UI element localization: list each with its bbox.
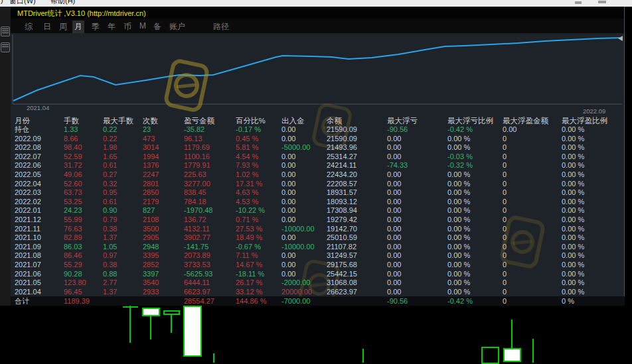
table-row[interactable]: 2022.0631.720.6113761779.917.93 %0.00242… (11, 161, 625, 170)
table-header-row: 月份手数最大手数次数盈亏金额百分比%出入金余额最大浮亏最大浮亏比例最大浮盈金额最… (11, 116, 625, 125)
cell: 0.00 % (447, 270, 503, 279)
cell: 2022.01 (15, 206, 64, 215)
cell: 0 (503, 188, 562, 198)
cell: 0.00 (387, 215, 447, 225)
tab-nian[interactable]: 年 (106, 21, 118, 33)
table-total-row[interactable]: 合计1189.3928554.27144.86 %-7000.00-90.56-… (11, 296, 625, 306)
tab-zhou[interactable]: 周 (57, 21, 69, 33)
tab-m[interactable]: M (137, 21, 148, 31)
cell: 持仓 (15, 125, 64, 135)
cell: -10.22 % (236, 206, 281, 215)
table-row[interactable]: 持仓1.330.2223-35.82-0.17 %0.0021590.09-90… (11, 125, 625, 135)
cell: 1100.16 (184, 152, 236, 162)
cell: 2247 (143, 170, 184, 180)
cell: 52.59 (64, 152, 103, 162)
cell: 0 (503, 161, 562, 170)
cell: 0.00 % (562, 288, 625, 297)
table-row[interactable]: 2021.0886.460.9733952073.897.11 %0.00312… (11, 251, 625, 261)
cell: 76.63 (64, 225, 103, 234)
cell: 3733.53 (184, 261, 236, 270)
tab-zong[interactable]: 综 (23, 21, 35, 33)
cell: 33.12 % (236, 288, 281, 297)
table-row[interactable]: 2022.0452.600.3228013277.0017.31 %0.0022… (11, 180, 625, 189)
cell: 2948 (143, 243, 184, 252)
cell: 0 (503, 233, 562, 243)
table-row[interactable]: 2022.0898.401.9830141179.695.81 %-5000.0… (11, 143, 625, 152)
cell: 2905 (143, 233, 184, 243)
tab-bi[interactable]: 币 (121, 21, 133, 33)
table-row[interactable]: 2022.098.660.2247396.130.45 %0.0021590.0… (11, 135, 625, 144)
cell: 0.88 (103, 270, 143, 279)
tab-bei[interactable]: 备 (151, 21, 163, 33)
table-row[interactable]: 2021.1255.990.792108136.720.71 %0.001927… (11, 215, 625, 225)
cell: 1.37 (103, 288, 143, 297)
table-row[interactable]: 2021.0986.031.052948-141.75-0.67 %-10000… (11, 243, 625, 252)
cell: 2021.11 (15, 225, 64, 234)
cell: 25314.27 (327, 152, 387, 162)
window-titlebar[interactable]: MTDriver统计 ,V3.10 (http://mtdriver.cn) (11, 7, 624, 19)
cell: 0.00 (281, 125, 327, 135)
table-row[interactable]: 2021.1082.891.3729053902.7718.49 %0.0025… (11, 233, 625, 243)
cell: 2022.09 (15, 135, 64, 144)
menu-item-help[interactable]: 帮助(H) (50, 0, 75, 6)
cell: 18931.57 (327, 188, 387, 198)
tab-ji[interactable]: 季 (90, 21, 102, 33)
column-header: 百分比% (236, 116, 281, 125)
cell: 3902.77 (184, 233, 236, 243)
table-row[interactable]: 2022.0363.730.952850838.454.63 %0.001893… (11, 188, 625, 198)
cell: -90.56 (387, 296, 447, 306)
candle-body (482, 347, 499, 363)
cell: 2022.05 (15, 170, 64, 180)
table-row[interactable]: 2022.0752.591.6519941100.164.54 %0.00253… (11, 152, 625, 162)
cell: 55.29 (64, 261, 103, 270)
document-icon[interactable] (1, 27, 10, 36)
cell: 2850 (143, 188, 184, 198)
cell: 5.81 % (236, 143, 281, 152)
table-row[interactable]: 2021.1176.630.3835004132.1127.53 %-10000… (11, 225, 625, 234)
cell: 0.00 % (562, 198, 625, 207)
cell: -5000.00 (281, 143, 327, 152)
chart-icon[interactable] (1, 42, 10, 52)
cell: 3014 (143, 143, 184, 152)
table-row[interactable]: 2022.0253.250.612179784.184.53 %0.001809… (11, 198, 625, 207)
cell: 27.53 % (236, 225, 281, 234)
menu-item-window[interactable]: 窗口(W) (9, 0, 36, 6)
tab-yue[interactable]: 月 (72, 21, 84, 33)
tab-ri[interactable]: 日 (41, 21, 53, 33)
cell: 0 (503, 198, 562, 207)
cell: 0.71 % (236, 215, 281, 225)
cell: 1994 (143, 152, 184, 162)
tab-row: 综日周月季年币M备账户路径 (11, 19, 624, 33)
cell: 3540 (143, 278, 184, 288)
cell: 26623.97 (327, 288, 387, 297)
column-header: 最大浮盈金额 (503, 116, 562, 125)
cell: 838.45 (184, 188, 236, 198)
cell: 21590.09 (327, 135, 387, 144)
tab-lujing[interactable]: 路径 (211, 21, 231, 33)
cell: 0.45 % (236, 135, 281, 144)
table-row[interactable]: 2021.0690.280.883397-5625.93-18.11 %0.00… (11, 270, 625, 279)
cell: 21107.82 (327, 243, 387, 252)
table-row[interactable]: 2022.0549.060.272247225.631.02 %0.002243… (11, 170, 625, 180)
tab-zhanghu[interactable]: 账户 (167, 21, 187, 33)
cell: 2022.03 (15, 188, 64, 198)
column-header: 次数 (143, 116, 184, 125)
cell: 0.00 (503, 125, 562, 135)
cell: 4.53 % (236, 198, 281, 207)
table-row[interactable]: 2021.0755.290.3828523733.5314.67 %0.0029… (11, 261, 625, 270)
cell: 0.00 (387, 261, 447, 270)
cell: 31249.57 (327, 251, 387, 261)
cell: 0.00 % (447, 278, 503, 288)
cell: 827 (143, 206, 184, 215)
table-row[interactable]: 2021.0496.451.3729336623.9733.12 %20000.… (11, 288, 625, 297)
table-row[interactable]: 2022.0124.230.90827-1970.48-10.22 %0.001… (11, 206, 625, 215)
cell: 0.00 (281, 251, 327, 261)
cell: 2179 (143, 198, 184, 207)
cell: 0.00 % (562, 170, 625, 180)
table-row[interactable]: 2021.05123.802.7735406444.1126.17 %-2000… (11, 278, 625, 288)
cell: 0.00 % (447, 198, 503, 207)
cell: 18.49 % (236, 233, 281, 243)
cell: 0.00 % (447, 288, 503, 297)
cell: 0 (503, 296, 562, 306)
cell: 0.00 % (562, 270, 625, 279)
